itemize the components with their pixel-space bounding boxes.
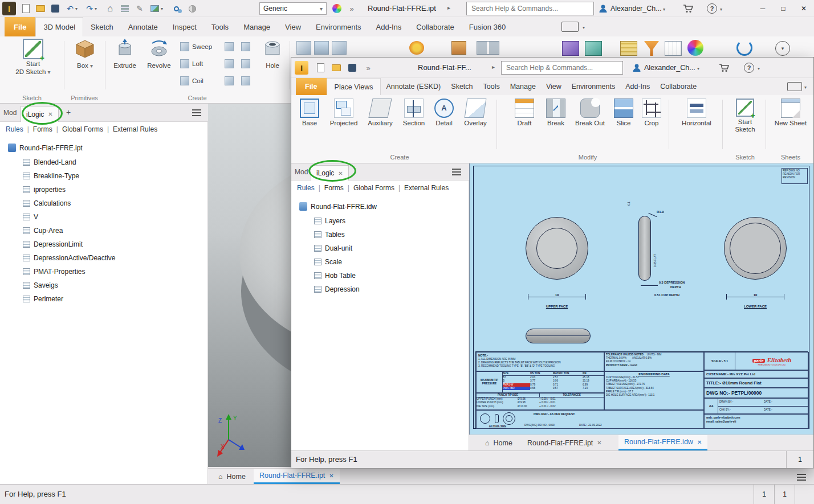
tab-file[interactable]: File	[296, 78, 327, 95]
tab-sketch[interactable]: Sketch	[446, 78, 478, 95]
cone-icon[interactable]	[585, 41, 602, 56]
close-icon[interactable]: ✕	[329, 473, 333, 479]
section-view-button[interactable]: Section	[398, 99, 429, 127]
ilogic-rules-link[interactable]: Rules	[297, 184, 315, 192]
ribbon-tool-icons[interactable]	[296, 41, 347, 55]
selection-icon[interactable]	[170, 2, 182, 15]
rule-item[interactable]: DepressionLimit	[23, 240, 83, 248]
material-dropdown[interactable]: Generic▾	[259, 2, 327, 15]
ilogic-forms-link[interactable]: Forms	[324, 184, 344, 192]
image-icon[interactable]	[148, 2, 161, 15]
tab-collaborate[interactable]: Collaborate	[655, 78, 702, 95]
title-arrow-icon[interactable]: ▸	[492, 64, 495, 70]
tab-file[interactable]: File	[5, 17, 35, 36]
caret-down-icon[interactable]: ▾	[697, 66, 699, 71]
caret-down-icon[interactable]: ▾	[720, 7, 722, 12]
doc-tab-drawing[interactable]: Round-Flat-FFRE.idw✕	[618, 435, 707, 450]
maximize-button[interactable]: □	[773, 0, 793, 17]
tab-environments[interactable]: Environments	[567, 78, 620, 95]
tab-add-ins[interactable]: Add-Ins	[369, 17, 409, 36]
model-panel-tab[interactable]: Mod	[3, 109, 18, 117]
tab-tools[interactable]: Tools	[478, 78, 505, 95]
open-icon[interactable]	[34, 2, 47, 15]
ilogic-panel-tab[interactable]: iLogic✕	[21, 106, 59, 122]
rule-item[interactable]: Layers	[314, 217, 345, 225]
ilogic-rules-link[interactable]: Rules	[6, 125, 23, 133]
material-library-icon[interactable]	[186, 2, 198, 15]
rule-item[interactable]: PMAT-Properties	[23, 268, 85, 276]
start-2d-sketch-button[interactable]: Start2D Sketch ▾	[5, 39, 62, 76]
ribbon-display-icon[interactable]	[561, 22, 579, 32]
decal-tool-button[interactable]	[225, 59, 250, 68]
caret-down-icon[interactable]: ▾	[75, 6, 78, 11]
tab-manage[interactable]: Manage	[505, 78, 541, 95]
close-button[interactable]: ✕	[793, 0, 814, 17]
doc-tab-part[interactable]: Round-Flat-FFRE.ipt✕	[254, 469, 340, 484]
doc-tab-home[interactable]: ⌂Home	[213, 469, 251, 484]
tab-tools[interactable]: Tools	[204, 17, 236, 36]
help-search-input[interactable]	[467, 2, 593, 15]
doc-tab-part[interactable]: Round-Flat-FFRE.ipt✕	[522, 435, 608, 450]
break-button[interactable]: Break	[542, 99, 569, 127]
undo-icon[interactable]: ↶	[64, 2, 76, 15]
appearance-sphere-icon[interactable]	[687, 40, 703, 56]
tab-collaborate[interactable]: Collaborate	[409, 17, 462, 36]
new-file-icon[interactable]	[314, 62, 327, 74]
hole-button[interactable]: Hole	[258, 39, 287, 70]
tab-add-ins[interactable]: Add-Ins	[620, 78, 655, 95]
help-icon[interactable]: ?	[744, 63, 754, 73]
detail-view-button[interactable]: Detail	[430, 99, 458, 127]
expand-ribbon-icon[interactable]: ▾	[775, 41, 790, 56]
user-account-button[interactable]: Alexander_Ch...	[644, 64, 695, 72]
tab-annotate-eskd[interactable]: Annotate (ESKD)	[381, 78, 446, 95]
side-view[interactable]	[638, 216, 651, 281]
sketch-pencil-icon[interactable]: ✎	[133, 2, 146, 15]
tree-root[interactable]: Round-Flat-FFRE.idw	[299, 202, 377, 211]
minimize-button[interactable]: ─	[752, 0, 773, 17]
fillet-icon[interactable]	[451, 41, 466, 55]
tab-environments[interactable]: Environments	[308, 17, 368, 36]
help-icon[interactable]: ?	[707, 3, 717, 14]
box-primitive-button[interactable]: Box ▾	[67, 39, 103, 70]
revolve-button[interactable]: Revolve	[143, 39, 176, 70]
ilogic-external-rules-link[interactable]: External Rules	[404, 184, 449, 192]
close-icon[interactable]: ✕	[338, 170, 343, 177]
loft-button[interactable]: Loft	[180, 59, 203, 68]
base-view-button[interactable]: Base	[296, 99, 323, 127]
new-file-icon[interactable]	[19, 2, 32, 15]
rule-item[interactable]: Hob Table	[314, 272, 356, 280]
qat-overflow-icon[interactable]: »	[362, 62, 375, 74]
rule-item[interactable]: Cup-Area	[23, 227, 63, 235]
tab-annotate[interactable]: Annotate	[121, 17, 165, 36]
rule-item[interactable]: Perimeter	[23, 295, 63, 303]
tab-place-views[interactable]: Place Views	[327, 78, 381, 95]
add-panel-icon[interactable]: +	[66, 108, 71, 117]
caret-down-icon[interactable]: ▾	[663, 7, 665, 12]
rule-item[interactable]: Depression	[314, 285, 360, 293]
caret-down-icon[interactable]: ▾	[583, 25, 585, 30]
tab-3d-model[interactable]: 3D Model	[35, 17, 83, 36]
crop-button[interactable]: Crop	[639, 99, 664, 127]
tab-view[interactable]: View	[541, 78, 567, 95]
funnel-icon[interactable]	[644, 41, 659, 56]
profile-view[interactable]	[526, 329, 591, 343]
ilogic-global-forms-link[interactable]: Global Forms	[62, 125, 103, 133]
drawing-utilities-icon[interactable]	[119, 2, 131, 15]
rule-item[interactable]: Blended-Land	[23, 158, 76, 166]
inventor-app-icon[interactable]: I	[295, 61, 308, 75]
doc-tabs-menu-icon[interactable]	[797, 474, 806, 481]
rule-item[interactable]: Dual-unit	[314, 244, 352, 252]
ilogic-external-rules-link[interactable]: External Rules	[113, 125, 157, 133]
tab-inspect[interactable]: Inspect	[165, 17, 204, 36]
save-icon[interactable]	[49, 2, 62, 15]
grid-icon[interactable]	[665, 41, 682, 56]
model-panel-tab[interactable]: Mod	[295, 168, 310, 176]
primitive-block-icon[interactable]	[562, 41, 579, 56]
help-search[interactable]	[466, 2, 594, 15]
ilogic-forms-link[interactable]: Forms	[33, 125, 52, 133]
panel-menu-icon[interactable]	[192, 109, 201, 116]
save-icon[interactable]	[346, 62, 359, 74]
update-icon[interactable]	[736, 40, 752, 56]
appearance-wheel-icon[interactable]	[331, 2, 343, 15]
caret-down-icon[interactable]: ▾	[95, 6, 97, 11]
